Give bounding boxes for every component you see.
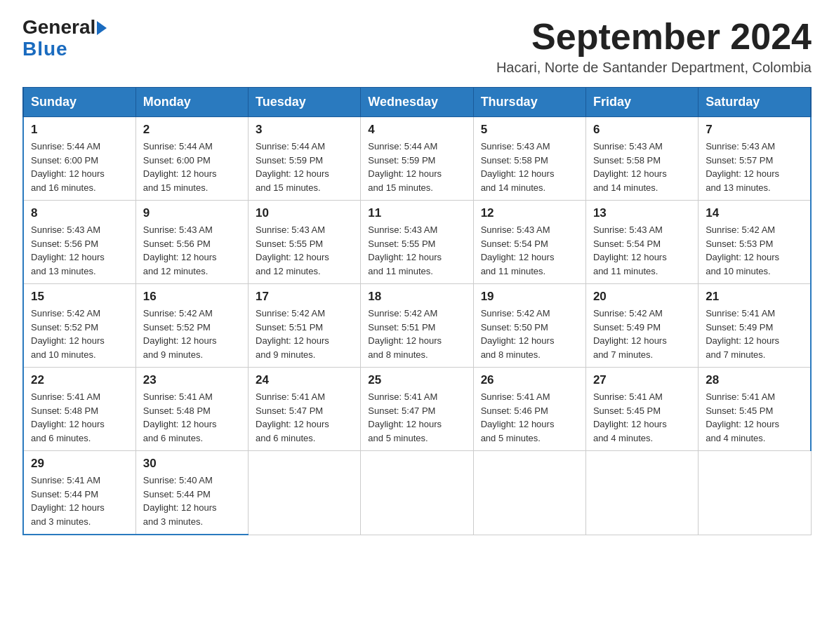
cell-week5-day2 — [249, 451, 361, 535]
day-number: 9 — [143, 206, 241, 220]
cell-week4-day1: 23 Sunrise: 5:41 AMSunset: 5:48 PMDaylig… — [135, 368, 248, 451]
cell-week2-day5: 13 Sunrise: 5:43 AMSunset: 5:54 PMDaylig… — [585, 201, 698, 284]
cell-week4-day2: 24 Sunrise: 5:41 AMSunset: 5:47 PMDaylig… — [249, 368, 361, 451]
cell-week1-day0: 1 Sunrise: 5:44 AMSunset: 6:00 PMDayligh… — [23, 117, 135, 201]
day-number: 22 — [31, 373, 128, 387]
day-info: Sunrise: 5:41 AMSunset: 5:45 PMDaylight:… — [706, 391, 779, 443]
day-info: Sunrise: 5:43 AMSunset: 5:54 PMDaylight:… — [481, 224, 555, 276]
col-saturday: Saturday — [699, 88, 811, 117]
day-number: 4 — [368, 123, 465, 137]
cell-week2-day4: 12 Sunrise: 5:43 AMSunset: 5:54 PMDaylig… — [473, 201, 585, 284]
day-info: Sunrise: 5:41 AMSunset: 5:47 PMDaylight:… — [256, 391, 329, 443]
cell-week1-day5: 6 Sunrise: 5:43 AMSunset: 5:58 PMDayligh… — [585, 117, 698, 201]
cell-week2-day2: 10 Sunrise: 5:43 AMSunset: 5:55 PMDaylig… — [249, 201, 361, 284]
logo: General Blue — [22, 17, 107, 60]
cell-week1-day1: 2 Sunrise: 5:44 AMSunset: 6:00 PMDayligh… — [135, 117, 248, 201]
cell-week2-day0: 8 Sunrise: 5:43 AMSunset: 5:56 PMDayligh… — [23, 201, 135, 284]
cell-week4-day3: 25 Sunrise: 5:41 AMSunset: 5:47 PMDaylig… — [361, 368, 473, 451]
cell-week1-day6: 7 Sunrise: 5:43 AMSunset: 5:57 PMDayligh… — [699, 117, 811, 201]
cell-week3-day3: 18 Sunrise: 5:42 AMSunset: 5:51 PMDaylig… — [361, 284, 473, 368]
cell-week4-day6: 28 Sunrise: 5:41 AMSunset: 5:45 PMDaylig… — [699, 368, 811, 451]
cell-week5-day3 — [361, 451, 473, 535]
day-info: Sunrise: 5:41 AMSunset: 5:45 PMDaylight:… — [593, 391, 667, 443]
day-number: 30 — [143, 457, 241, 471]
cell-week3-day1: 16 Sunrise: 5:42 AMSunset: 5:52 PMDaylig… — [135, 284, 248, 368]
day-info: Sunrise: 5:44 AMSunset: 5:59 PMDaylight:… — [256, 141, 329, 193]
day-number: 26 — [481, 373, 578, 387]
day-number: 17 — [256, 290, 353, 304]
col-thursday: Thursday — [473, 88, 585, 117]
cell-week2-day6: 14 Sunrise: 5:42 AMSunset: 5:53 PMDaylig… — [699, 201, 811, 284]
title-block: September 2024 Hacari, Norte de Santande… — [496, 17, 812, 76]
day-number: 1 — [31, 123, 128, 137]
day-info: Sunrise: 5:43 AMSunset: 5:55 PMDaylight:… — [256, 224, 329, 276]
col-tuesday: Tuesday — [249, 88, 361, 117]
day-number: 3 — [256, 123, 353, 137]
day-info: Sunrise: 5:43 AMSunset: 5:58 PMDaylight:… — [593, 141, 667, 193]
day-number: 6 — [593, 123, 691, 137]
col-wednesday: Wednesday — [361, 88, 473, 117]
day-info: Sunrise: 5:41 AMSunset: 5:46 PMDaylight:… — [481, 391, 555, 443]
day-info: Sunrise: 5:43 AMSunset: 5:56 PMDaylight:… — [143, 224, 217, 276]
day-number: 8 — [31, 206, 128, 220]
day-info: Sunrise: 5:41 AMSunset: 5:48 PMDaylight:… — [143, 391, 217, 443]
cell-week1-day4: 5 Sunrise: 5:43 AMSunset: 5:58 PMDayligh… — [473, 117, 585, 201]
cell-week2-day3: 11 Sunrise: 5:43 AMSunset: 5:55 PMDaylig… — [361, 201, 473, 284]
logo-text-blue: Blue — [22, 39, 68, 60]
cell-week1-day2: 3 Sunrise: 5:44 AMSunset: 5:59 PMDayligh… — [249, 117, 361, 201]
day-info: Sunrise: 5:44 AMSunset: 6:00 PMDaylight:… — [143, 141, 217, 193]
calendar-subtitle: Hacari, Norte de Santander Department, C… — [496, 60, 812, 76]
cell-week5-day4 — [473, 451, 585, 535]
day-info: Sunrise: 5:42 AMSunset: 5:49 PMDaylight:… — [593, 308, 667, 360]
cell-week5-day5 — [585, 451, 698, 535]
day-number: 16 — [143, 290, 241, 304]
logo-text-general: General — [22, 17, 95, 39]
day-number: 29 — [31, 457, 128, 471]
cell-week3-day0: 15 Sunrise: 5:42 AMSunset: 5:52 PMDaylig… — [23, 284, 135, 368]
calendar-table: Sunday Monday Tuesday Wednesday Thursday… — [22, 87, 812, 535]
week-row-4: 22 Sunrise: 5:41 AMSunset: 5:48 PMDaylig… — [23, 368, 811, 451]
logo-arrow-icon — [97, 21, 107, 35]
day-info: Sunrise: 5:43 AMSunset: 5:54 PMDaylight:… — [593, 224, 667, 276]
col-sunday: Sunday — [23, 88, 135, 117]
day-number: 12 — [481, 206, 578, 220]
day-info: Sunrise: 5:44 AMSunset: 5:59 PMDaylight:… — [368, 141, 442, 193]
day-number: 23 — [143, 373, 241, 387]
day-info: Sunrise: 5:42 AMSunset: 5:53 PMDaylight:… — [706, 224, 779, 276]
header-row: Sunday Monday Tuesday Wednesday Thursday… — [23, 88, 811, 117]
week-row-1: 1 Sunrise: 5:44 AMSunset: 6:00 PMDayligh… — [23, 117, 811, 201]
day-number: 13 — [593, 206, 691, 220]
day-info: Sunrise: 5:41 AMSunset: 5:47 PMDaylight:… — [368, 391, 442, 443]
day-info: Sunrise: 5:41 AMSunset: 5:48 PMDaylight:… — [31, 391, 105, 443]
cell-week5-day0: 29 Sunrise: 5:41 AMSunset: 5:44 PMDaylig… — [23, 451, 135, 535]
cell-week5-day1: 30 Sunrise: 5:40 AMSunset: 5:44 PMDaylig… — [135, 451, 248, 535]
day-number: 28 — [706, 373, 803, 387]
day-number: 19 — [481, 290, 578, 304]
cell-week4-day0: 22 Sunrise: 5:41 AMSunset: 5:48 PMDaylig… — [23, 368, 135, 451]
day-info: Sunrise: 5:43 AMSunset: 5:58 PMDaylight:… — [481, 141, 555, 193]
day-info: Sunrise: 5:43 AMSunset: 5:57 PMDaylight:… — [706, 141, 779, 193]
day-number: 5 — [481, 123, 578, 137]
day-info: Sunrise: 5:40 AMSunset: 5:44 PMDaylight:… — [143, 475, 217, 527]
day-number: 15 — [31, 290, 128, 304]
day-number: 2 — [143, 123, 241, 137]
day-info: Sunrise: 5:42 AMSunset: 5:52 PMDaylight:… — [31, 308, 105, 360]
day-number: 7 — [706, 123, 803, 137]
day-info: Sunrise: 5:44 AMSunset: 6:00 PMDaylight:… — [31, 141, 105, 193]
col-monday: Monday — [135, 88, 248, 117]
cell-week3-day6: 21 Sunrise: 5:41 AMSunset: 5:49 PMDaylig… — [699, 284, 811, 368]
cell-week3-day2: 17 Sunrise: 5:42 AMSunset: 5:51 PMDaylig… — [249, 284, 361, 368]
day-number: 25 — [368, 373, 465, 387]
day-number: 14 — [706, 206, 803, 220]
calendar-title: September 2024 — [496, 17, 812, 57]
day-info: Sunrise: 5:43 AMSunset: 5:55 PMDaylight:… — [368, 224, 442, 276]
cell-week3-day5: 20 Sunrise: 5:42 AMSunset: 5:49 PMDaylig… — [585, 284, 698, 368]
day-info: Sunrise: 5:42 AMSunset: 5:50 PMDaylight:… — [481, 308, 555, 360]
page-header: General Blue September 2024 Hacari, Nort… — [22, 17, 812, 76]
day-number: 20 — [593, 290, 691, 304]
cell-week1-day3: 4 Sunrise: 5:44 AMSunset: 5:59 PMDayligh… — [361, 117, 473, 201]
cell-week4-day4: 26 Sunrise: 5:41 AMSunset: 5:46 PMDaylig… — [473, 368, 585, 451]
col-friday: Friday — [585, 88, 698, 117]
day-info: Sunrise: 5:42 AMSunset: 5:52 PMDaylight:… — [143, 308, 217, 360]
cell-week4-day5: 27 Sunrise: 5:41 AMSunset: 5:45 PMDaylig… — [585, 368, 698, 451]
